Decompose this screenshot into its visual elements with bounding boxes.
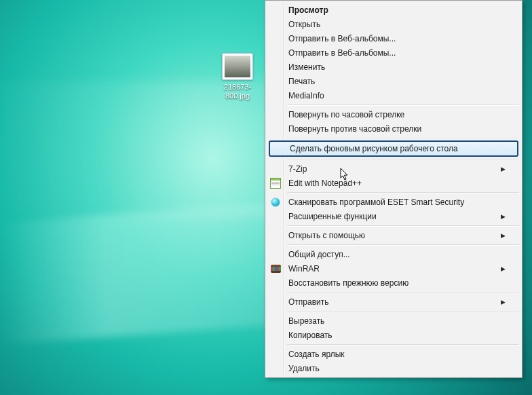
menu-item[interactable]: Отправить▶ [267,295,520,309]
menu-item[interactable]: WinRAR▶ [267,261,520,276]
menu-item-label: Удалить [288,364,506,373]
menu-item-label: Отправить [288,297,501,307]
menu-separator [287,138,519,138]
desktop[interactable]: 218673-800.jpg ПросмотрОткрытьОтправить … [0,0,532,395]
menu-separator [287,225,519,226]
eset-icon [270,197,281,208]
menu-separator [287,344,519,345]
file-name-label: 218673-800.jpg [217,82,258,100]
menu-item[interactable]: Печать [267,74,520,88]
menu-item-label: MediaInfo [288,91,506,100]
menu-item[interactable]: Открыть с помощью▶ [267,228,520,242]
menu-item-label: Сделать фоновым рисунком рабочего стола [290,144,504,153]
menu-item[interactable]: Повернуть по часовой стрелке [267,107,520,121]
menu-separator [287,244,519,245]
menu-separator [287,311,519,312]
menu-item-label: Изменить [288,62,506,72]
menu-item[interactable]: Edit with Notepad++ [267,176,520,190]
submenu-arrow-icon: ▶ [501,299,506,305]
file-thumbnail [222,53,253,80]
menu-item[interactable]: Вырезать [267,314,520,328]
winrar-icon [270,263,281,274]
menu-item[interactable]: Открыть [267,17,520,31]
menu-item[interactable]: Создать ярлык [267,347,520,361]
menu-item-label: Сканировать программой ESET Smart Securi… [288,198,506,207]
menu-item[interactable]: Повернуть против часовой стрелки [267,121,520,136]
menu-item[interactable]: 7-Zip▶ [267,162,520,176]
menu-item[interactable]: Удалить [267,361,520,375]
menu-item-label: Восстановить прежнюю версию [288,278,506,288]
menu-separator [287,105,519,105]
menu-separator [287,292,519,293]
menu-item-label: Открыть [288,20,506,29]
menu-item[interactable]: Общий доступ... [267,247,520,261]
menu-item[interactable]: Отправить в Веб-альбомы... [267,45,520,60]
menu-item[interactable]: Сделать фоновым рисунком рабочего стола [269,140,518,157]
menu-item-label: WinRAR [288,264,501,274]
menu-item-label: Открыть с помощью [288,231,501,240]
menu-item-label: Создать ярлык [288,350,506,359]
menu-item-label: Повернуть против часовой стрелки [288,124,506,134]
submenu-arrow-icon: ▶ [501,265,506,272]
menu-item-label: 7-Zip [288,164,501,174]
menu-item-label: Общий доступ... [288,250,506,259]
menu-item-label: Копировать [288,331,506,340]
menu-item-label: Вырезать [288,316,506,326]
menu-item[interactable]: Просмотр [267,3,520,17]
context-menu[interactable]: ПросмотрОткрытьОтправить в Веб-альбомы..… [265,0,522,378]
submenu-arrow-icon: ▶ [501,232,506,239]
menu-item[interactable]: Отправить в Веб-альбомы... [267,31,520,45]
menu-item-label: Edit with Notepad++ [288,178,506,188]
menu-item[interactable]: Восстановить прежнюю версию [267,276,520,290]
menu-item-label: Повернуть по часовой стрелке [288,110,506,119]
desktop-file-icon[interactable]: 218673-800.jpg [217,53,258,100]
menu-item[interactable]: MediaInfo [267,88,520,102]
menu-item[interactable]: Сканировать программой ESET Smart Securi… [267,195,520,209]
menu-item-label: Отправить в Веб-альбомы... [288,48,506,58]
menu-item[interactable]: Расширенные функции▶ [267,209,520,223]
menu-item-label: Просмотр [288,5,506,15]
menu-item-label: Расширенные функции [288,212,501,221]
menu-item[interactable]: Копировать [267,328,520,342]
menu-item-label: Отправить в Веб-альбомы... [288,34,506,43]
menu-separator [287,159,519,159]
notepad-icon [270,178,281,189]
menu-separator [287,192,519,193]
submenu-arrow-icon: ▶ [501,213,506,220]
submenu-arrow-icon: ▶ [501,166,506,172]
menu-item-label: Печать [288,77,506,86]
menu-item[interactable]: Изменить [267,60,520,74]
